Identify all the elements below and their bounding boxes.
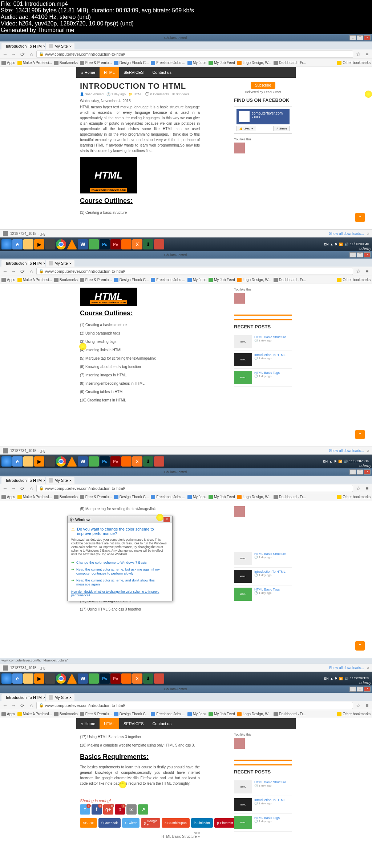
taskbar-folder-icon[interactable] xyxy=(23,239,33,249)
home-button[interactable]: ⌂ xyxy=(28,51,35,58)
page-content[interactable]: ⌂ Home HTML SERVICES Contact us INTRODUC… xyxy=(0,67,372,229)
bookmark-item[interactable]: Other bookmarks xyxy=(337,278,371,282)
bookmark-item[interactable]: Logo Design, W... xyxy=(237,61,271,65)
star-icon[interactable]: ☆ xyxy=(355,268,362,275)
bookmark-item[interactable]: Other bookmarks xyxy=(337,495,371,499)
taskbar-wmp-icon[interactable]: ▶ xyxy=(34,456,44,467)
taskbar-chrome-icon[interactable] xyxy=(56,673,66,684)
nav-home[interactable]: ⌂ Home xyxy=(76,67,100,78)
menu-icon[interactable]: ≡ xyxy=(363,268,371,275)
tray-network-icon[interactable]: 📶 xyxy=(339,243,343,246)
minimize-button[interactable]: _ xyxy=(349,469,356,475)
tab-intro[interactable]: Introduction To HTM× xyxy=(1,694,45,701)
bookmark-item[interactable]: My Job Feed xyxy=(209,495,235,499)
back-button[interactable]: ← xyxy=(1,702,9,709)
download-filename[interactable]: 12187734_1015....jpg xyxy=(10,232,45,236)
nav-contact[interactable]: Contact us xyxy=(148,718,176,729)
tab-intro[interactable]: Introduction To HTM× xyxy=(1,43,45,49)
nav-html[interactable]: HTML xyxy=(100,718,119,729)
bookmark-item[interactable]: Logo Design, W... xyxy=(237,278,271,282)
taskbar-win-icon[interactable] xyxy=(1,456,12,467)
facebook-widget[interactable]: computerfever.com2 likes 👍 Liked ▾↗ Shar… xyxy=(234,107,292,134)
show-all-downloads[interactable]: Show all downloads... xyxy=(329,666,364,670)
tab-intro[interactable]: Introduction To HTM× xyxy=(1,477,45,484)
share-twitter-icon[interactable]: t0 xyxy=(80,804,90,815)
taskbar-ie-icon[interactable]: e xyxy=(12,673,23,684)
share-twitter-button[interactable]: t Twitter xyxy=(122,818,140,828)
bookmark-item[interactable]: Freelance Jobs ... xyxy=(151,278,185,282)
next-post-link[interactable]: Next HTML Basic Structure » xyxy=(80,831,200,839)
show-all-downloads[interactable]: Show all downloads... xyxy=(329,232,364,236)
close-download-bar[interactable]: × xyxy=(367,449,369,453)
lang-indicator[interactable]: EN xyxy=(324,677,329,680)
tray-flag-icon[interactable]: ⚑ xyxy=(335,243,337,246)
share-google-icon[interactable]: g+0 xyxy=(103,804,113,815)
bookmark-item[interactable]: Dashboard - Fr... xyxy=(274,712,306,716)
home-button[interactable]: ⌂ xyxy=(28,702,35,709)
menu-icon[interactable]: ≡ xyxy=(363,485,371,492)
close-button[interactable]: × xyxy=(364,687,371,692)
subscribe-button[interactable]: Subscribe xyxy=(251,82,275,89)
close-download-bar[interactable]: × xyxy=(367,666,369,670)
share-facebook-icon[interactable]: f0 xyxy=(92,804,102,815)
taskbar-green-icon[interactable] xyxy=(89,673,99,684)
bookmark-item[interactable]: Apps xyxy=(1,278,15,282)
recent-post-item[interactable]: HTMLHTML Basic Structure🕐 1 day ago xyxy=(234,333,292,351)
taskbar-word-icon[interactable]: W xyxy=(78,673,88,684)
bookmark-item[interactable]: My Job Feed xyxy=(209,278,235,282)
reload-button[interactable]: ⟳ xyxy=(19,485,26,492)
bookmark-item[interactable]: Dashboard - Fr... xyxy=(274,61,306,65)
reload-button[interactable]: ⟳ xyxy=(19,268,26,275)
url-input[interactable]: 🔒 www.computerfever.com/introduction-to-… xyxy=(36,51,353,58)
dialog-option-dont-show[interactable]: ➔Keep the current color scheme, and don'… xyxy=(71,577,169,588)
tray-volume-icon[interactable]: 🔊 xyxy=(344,243,348,246)
tray-network-icon[interactable]: 📶 xyxy=(339,677,343,680)
bookmark-item[interactable]: Bookmarks xyxy=(54,495,78,499)
forward-button[interactable]: → xyxy=(10,51,17,58)
bookmark-item[interactable]: Apps xyxy=(1,495,15,499)
recent-post-item[interactable]: HTMLHTML Basic Structure🕐 1 day ago xyxy=(234,778,292,796)
taskbar-word-icon[interactable]: W xyxy=(78,456,88,467)
show-all-downloads[interactable]: Show all downloads... xyxy=(329,449,364,453)
bookmark-item[interactable]: Other bookmarks xyxy=(337,61,371,65)
download-filename[interactable]: 12187734_1015....jpg xyxy=(10,449,45,453)
recent-post-item[interactable]: HTMLHTML Basic Structure🕐 1 day ago xyxy=(234,550,292,568)
taskbar-xampp-icon[interactable]: X xyxy=(132,456,142,467)
scroll-top-button[interactable]: ⌃ xyxy=(355,430,365,439)
tray-volume-icon[interactable]: 🔊 xyxy=(344,677,348,680)
taskbar-idm-icon[interactable]: ⬇ xyxy=(143,673,153,684)
download-filename[interactable]: 12187734_1015....jpg xyxy=(10,666,45,670)
taskbar-ps-icon[interactable]: Ps xyxy=(100,239,110,249)
close-button[interactable]: × xyxy=(364,252,371,257)
download-file-icon[interactable] xyxy=(3,231,8,236)
nav-services[interactable]: SERVICES xyxy=(119,67,148,78)
bookmark-item[interactable]: My Jobs xyxy=(187,278,206,282)
bookmark-item[interactable]: Make A Professi... xyxy=(17,278,52,282)
bookmark-item[interactable]: Free & Premiu... xyxy=(80,495,112,499)
tab-mysite[interactable]: My Site× xyxy=(46,694,74,701)
bookmark-item[interactable]: Freelance Jobs ... xyxy=(151,495,185,499)
taskbar-idm-icon[interactable]: ⬇ xyxy=(143,239,153,249)
forward-button[interactable]: → xyxy=(10,702,17,709)
clock[interactable]: 11/002070:15 xyxy=(349,460,371,463)
home-button[interactable]: ⌂ xyxy=(28,485,35,492)
taskbar-word-icon[interactable]: W xyxy=(78,239,88,249)
taskbar-pe-icon[interactable]: Pe xyxy=(110,239,121,249)
maximize-button[interactable]: □ xyxy=(357,687,363,692)
nav-html[interactable]: HTML xyxy=(100,67,119,78)
tray-flag-icon[interactable]: ⚑ xyxy=(335,677,337,680)
close-download-bar[interactable]: × xyxy=(367,232,369,236)
tray-up-icon[interactable]: ▲ xyxy=(330,243,333,246)
nav-services[interactable]: SERVICES xyxy=(119,718,148,729)
bookmark-item[interactable]: Logo Design, W... xyxy=(237,495,271,499)
back-button[interactable]: ← xyxy=(1,51,9,58)
tray-flag-icon[interactable]: ⚑ xyxy=(334,460,337,463)
bookmark-item[interactable]: Apps xyxy=(1,712,15,716)
taskbar-green-icon[interactable] xyxy=(89,456,99,467)
recent-post-item[interactable]: HTMLHTML Basic Tags🕐 1 day ago xyxy=(234,585,292,603)
share-facebook-button[interactable]: f Facebook xyxy=(98,818,121,828)
taskbar-sublime-icon[interactable] xyxy=(45,239,55,249)
star-icon[interactable]: ☆ xyxy=(355,485,362,492)
dialog-close-button[interactable]: × xyxy=(163,517,170,522)
share-stumble-button[interactable]: s Stumbleupon xyxy=(162,818,190,828)
